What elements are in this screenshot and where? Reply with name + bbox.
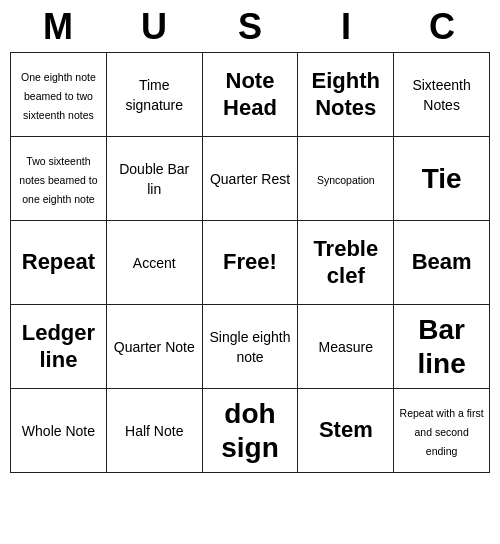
- cell-text: Syncopation: [317, 174, 375, 186]
- cell-text: Free!: [223, 249, 277, 274]
- bingo-cell-2-2[interactable]: Free!: [202, 221, 298, 305]
- bingo-cell-4-3[interactable]: Stem: [298, 389, 394, 473]
- cell-text: Repeat: [22, 249, 95, 274]
- cell-text: Sixteenth Notes: [412, 77, 470, 112]
- cell-text: Whole Note: [22, 423, 95, 439]
- cell-text: Double Bar lin: [119, 161, 189, 196]
- title-letter-m: M: [14, 6, 102, 48]
- cell-text: Accent: [133, 255, 176, 271]
- bingo-cell-3-4[interactable]: Bar line: [394, 305, 490, 389]
- bingo-cell-3-0[interactable]: Ledger line: [11, 305, 107, 389]
- bingo-cell-1-0[interactable]: Two sixteenth notes beamed to one eighth…: [11, 137, 107, 221]
- cell-text: Note Head: [223, 68, 277, 119]
- title-letter-c: C: [398, 6, 486, 48]
- cell-text: Half Note: [125, 423, 183, 439]
- bingo-cell-0-0[interactable]: One eighth note beamed to two sixteenth …: [11, 53, 107, 137]
- cell-text: Bar line: [417, 314, 465, 379]
- bingo-cell-0-2[interactable]: Note Head: [202, 53, 298, 137]
- bingo-cell-1-3[interactable]: Syncopation: [298, 137, 394, 221]
- bingo-grid: One eighth note beamed to two sixteenth …: [10, 52, 490, 473]
- cell-text: Ledger line: [22, 320, 95, 371]
- bingo-cell-1-1[interactable]: Double Bar lin: [106, 137, 202, 221]
- cell-text: Treble clef: [313, 236, 378, 287]
- bingo-cell-3-3[interactable]: Measure: [298, 305, 394, 389]
- bingo-cell-1-2[interactable]: Quarter Rest: [202, 137, 298, 221]
- cell-text: Time signature: [125, 77, 183, 112]
- cell-text: Quarter Rest: [210, 171, 290, 187]
- cell-text: Two sixteenth notes beamed to one eighth…: [19, 155, 97, 205]
- title-letter-s: S: [206, 6, 294, 48]
- bingo-cell-0-1[interactable]: Time signature: [106, 53, 202, 137]
- bingo-cell-3-2[interactable]: Single eighth note: [202, 305, 298, 389]
- cell-text: Stem: [319, 417, 373, 442]
- cell-text: Eighth Notes: [312, 68, 380, 119]
- cell-text: Quarter Note: [114, 339, 195, 355]
- title-letter-i: I: [302, 6, 390, 48]
- bingo-cell-2-3[interactable]: Treble clef: [298, 221, 394, 305]
- title-row: M U S I C: [10, 0, 490, 52]
- bingo-cell-4-0[interactable]: Whole Note: [11, 389, 107, 473]
- cell-text: Measure: [319, 339, 373, 355]
- bingo-cell-0-4[interactable]: Sixteenth Notes: [394, 53, 490, 137]
- bingo-cell-2-4[interactable]: Beam: [394, 221, 490, 305]
- bingo-cell-4-4[interactable]: Repeat with a first and second ending: [394, 389, 490, 473]
- bingo-cell-4-2[interactable]: doh sign: [202, 389, 298, 473]
- cell-text: One eighth note beamed to two sixteenth …: [21, 71, 96, 121]
- cell-text: Beam: [412, 249, 472, 274]
- cell-text: Repeat with a first and second ending: [400, 407, 484, 457]
- bingo-cell-4-1[interactable]: Half Note: [106, 389, 202, 473]
- cell-text: Single eighth note: [210, 329, 291, 364]
- bingo-cell-1-4[interactable]: Tie: [394, 137, 490, 221]
- bingo-cell-2-0[interactable]: Repeat: [11, 221, 107, 305]
- title-letter-u: U: [110, 6, 198, 48]
- bingo-cell-3-1[interactable]: Quarter Note: [106, 305, 202, 389]
- bingo-cell-0-3[interactable]: Eighth Notes: [298, 53, 394, 137]
- cell-text: doh sign: [221, 398, 279, 463]
- bingo-cell-2-1[interactable]: Accent: [106, 221, 202, 305]
- cell-text: Tie: [422, 163, 462, 194]
